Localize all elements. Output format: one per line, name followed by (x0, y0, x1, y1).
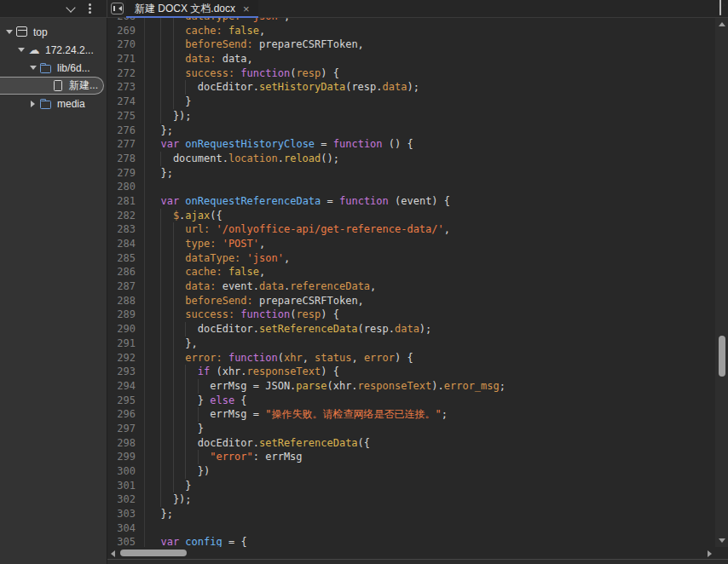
expander-collapsed-icon[interactable] (27, 101, 38, 107)
line-number[interactable]: 274 (107, 95, 145, 109)
line-number[interactable]: 279 (107, 166, 145, 181)
vertical-scrollbar-thumb[interactable] (719, 336, 725, 377)
code-line[interactable]: 285dataType: 'json', (107, 251, 715, 266)
horizontal-scrollbar[interactable] (107, 547, 715, 559)
code-line[interactable]: 272success: function(resp) { (107, 66, 715, 81)
tree-item-top[interactable]: top (0, 23, 107, 41)
line-number[interactable]: 284 (107, 237, 145, 251)
line-number[interactable]: 293 (107, 365, 145, 379)
code-line[interactable]: 274} (107, 95, 715, 109)
scroll-down-arrow-icon[interactable] (719, 538, 725, 543)
line-number[interactable]: 271 (107, 52, 145, 66)
scroll-left-arrow-icon[interactable] (111, 550, 115, 557)
code-line[interactable]: 270beforeSend: prepareCSRFToken, (107, 37, 715, 52)
code-line[interactable]: 284type: 'POST', (107, 237, 715, 251)
collapse-navigator-button[interactable] (111, 3, 124, 14)
code-line[interactable]: 275}); (107, 109, 715, 124)
line-number[interactable]: 283 (107, 222, 145, 237)
line-number[interactable]: 277 (107, 137, 145, 152)
code-line[interactable]: 289success: function(resp) { (107, 308, 715, 322)
code-line[interactable]: 269cache: false, (107, 24, 715, 38)
code-line[interactable]: 268dataType: 'json', (107, 18, 715, 24)
code-line[interactable]: 304 (107, 521, 715, 536)
code-line[interactable]: 299"error": errMsg (107, 450, 715, 464)
tab-close-icon[interactable]: × (242, 3, 251, 14)
code-line[interactable]: 279}; (107, 166, 715, 181)
line-number[interactable]: 295 (107, 394, 145, 408)
vertical-scrollbar[interactable] (715, 18, 728, 547)
tree-item-media[interactable]: media (0, 95, 107, 112)
code-line[interactable]: 276}; (107, 124, 715, 138)
code-line[interactable]: 281var onRequestReferenceData = function… (107, 194, 715, 209)
line-number[interactable]: 269 (107, 24, 145, 38)
code-line[interactable]: 298docEditor.setReferenceData({ (107, 436, 715, 451)
line-number[interactable]: 286 (107, 265, 145, 279)
code-line[interactable]: 294errMsg = JSON.parse(xhr.responseText)… (107, 379, 715, 394)
code-line[interactable]: 303}; (107, 507, 715, 521)
expander-expanded-icon[interactable] (15, 44, 26, 55)
line-number[interactable]: 288 (107, 294, 145, 308)
code-line[interactable]: 300}) (107, 464, 715, 479)
line-number[interactable]: 273 (107, 80, 145, 95)
code-line[interactable]: 297} (107, 422, 715, 436)
line-number[interactable]: 294 (107, 379, 145, 394)
line-number[interactable]: 290 (107, 322, 145, 337)
line-number[interactable]: 299 (107, 450, 145, 464)
line-number[interactable]: 287 (107, 279, 145, 294)
code-line[interactable]: 287data: event.data.referenceData, (107, 279, 715, 294)
code-line[interactable]: 301} (107, 479, 715, 493)
tree-item-doc[interactable]: 新建... (0, 77, 104, 95)
line-number[interactable]: 305 (107, 535, 145, 547)
code-line[interactable]: 271data: data, (107, 52, 715, 66)
line-number[interactable]: 292 (107, 351, 145, 365)
line-number[interactable]: 281 (107, 194, 145, 209)
line-number[interactable]: 304 (107, 521, 145, 536)
code-line[interactable]: 280 (107, 180, 715, 194)
line-number[interactable]: 298 (107, 436, 145, 451)
tab-document[interactable]: 新建 DOCX 文档.docx × (126, 0, 258, 17)
code-line[interactable]: 305var config = { (107, 535, 715, 547)
line-number[interactable]: 291 (107, 337, 145, 351)
line-number[interactable]: 280 (107, 180, 145, 194)
code-line[interactable]: 302}); (107, 492, 715, 507)
line-number[interactable]: 270 (107, 37, 145, 52)
code-line[interactable]: 273docEditor.setHistoryData(resp.data); (107, 80, 715, 95)
line-number[interactable]: 272 (107, 66, 145, 81)
line-number[interactable]: 302 (107, 492, 145, 507)
code-line[interactable]: 288beforeSend: prepareCSRFToken, (107, 294, 715, 308)
chevron-down-icon[interactable] (66, 3, 76, 14)
code-line[interactable]: 291}, (107, 337, 715, 351)
line-number[interactable]: 301 (107, 479, 145, 493)
line-number[interactable]: 276 (107, 124, 145, 138)
line-number[interactable]: 275 (107, 109, 145, 124)
line-number[interactable]: 285 (107, 251, 145, 266)
line-number[interactable]: 296 (107, 407, 145, 422)
code-line[interactable]: 293if (xhr.responseText) { (107, 365, 715, 379)
code-line[interactable]: 277var onRequestHistoryClose = function … (107, 137, 715, 152)
code-line[interactable]: 282$.ajax({ (107, 209, 715, 223)
code-line[interactable]: 296errMsg = "操作失败。请检查网络是否已连接。"; (107, 407, 715, 422)
scroll-right-arrow-icon[interactable] (708, 550, 712, 557)
kebab-menu-icon[interactable] (86, 3, 93, 14)
expander-expanded-icon[interactable] (27, 62, 38, 73)
code-line[interactable]: 283url: '/onlyoffice-api/get-reference-d… (107, 222, 715, 237)
line-number[interactable]: 300 (107, 464, 145, 479)
line-number[interactable]: 282 (107, 209, 145, 223)
code-editor[interactable]: 268dataType: 'json',269cache: false,270b… (107, 18, 728, 564)
line-number[interactable]: 278 (107, 152, 145, 166)
line-number[interactable]: 303 (107, 507, 145, 521)
expander-expanded-icon[interactable] (3, 26, 14, 37)
tree-item-host[interactable]: ☁172.24.2... (0, 41, 107, 59)
line-number[interactable]: 297 (107, 422, 145, 436)
code-line[interactable]: 286cache: false, (107, 265, 715, 279)
code-line[interactable]: 292error: function(xhr, status, error) { (107, 351, 715, 365)
code-line[interactable]: 290docEditor.setReferenceData(resp.data)… (107, 322, 715, 337)
line-number[interactable]: 268 (107, 18, 145, 24)
expand-right-panel-button[interactable] (719, 0, 721, 15)
code-line[interactable]: 295} else { (107, 394, 715, 408)
scroll-up-arrow-icon[interactable] (719, 22, 725, 26)
tree-item-lib[interactable]: lib/6d... (0, 59, 107, 77)
line-number[interactable]: 289 (107, 308, 145, 322)
code-line[interactable]: 278document.location.reload(); (107, 152, 715, 166)
horizontal-scrollbar-thumb[interactable] (120, 550, 187, 556)
